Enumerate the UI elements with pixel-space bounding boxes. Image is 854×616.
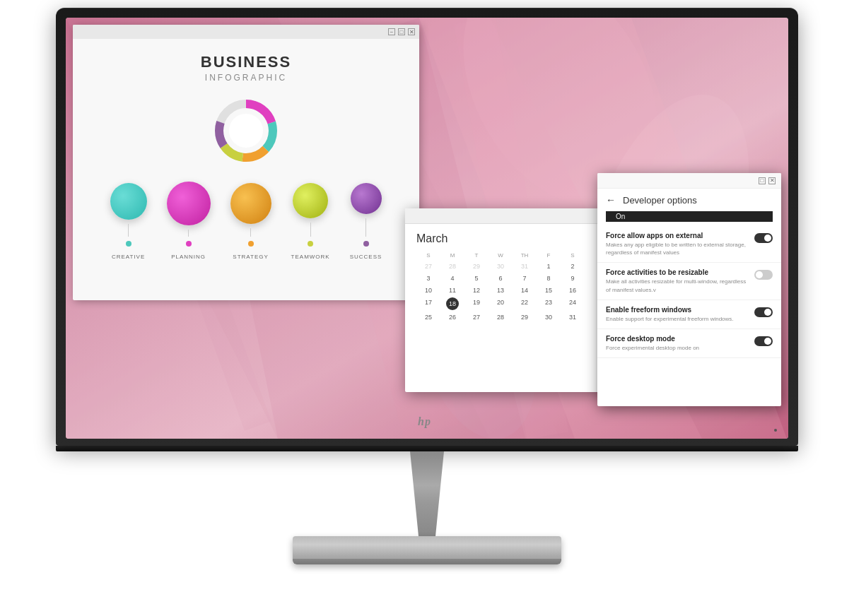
dev-status-badge: On [606,211,773,222]
strategy-bubble [230,183,271,224]
cal-day[interactable]: 7 [513,273,537,283]
cal-day[interactable]: 30 [489,261,513,271]
cal-day[interactable]: 16 [561,285,585,295]
cal-day[interactable]: 3 [416,273,440,283]
cal-day[interactable]: 19 [464,297,489,310]
cal-day[interactable]: 26 [440,312,464,322]
circle-item-teamwork: TEAMWORK [291,183,330,260]
infographic-panel: − □ ✕ BUSINESS INFOGRAPHIC [73,25,419,300]
circles-row: CREATIVE PLANNING [110,182,382,260]
circle-item-creative: CREATIVE [110,183,147,260]
monitor-screen: − □ ✕ BUSINESS INFOGRAPHIC [66,18,788,439]
cal-day-today[interactable]: 18 [446,297,459,310]
day-header-m: M [440,252,464,259]
cal-day[interactable]: 24 [561,297,585,310]
cal-day[interactable]: 2 [561,261,585,271]
dev-option-1-title: Force allow apps on external [606,232,749,239]
infographic-subtitle: INFOGRAPHIC [201,73,291,83]
cal-day[interactable]: 4 [440,273,464,283]
cal-week-5: 25 26 27 28 29 30 31 [416,312,585,322]
day-header-s1: S [416,252,440,259]
circle-item-strategy: STRATEGY [230,183,271,260]
dev-option-3-toggle[interactable] [754,307,773,317]
cal-day[interactable]: 9 [561,273,585,283]
cal-week-3: 10 11 12 13 14 15 16 [416,285,585,295]
dev-maximize-button[interactable]: □ [759,177,766,184]
cal-day[interactable]: 1 [537,261,561,271]
cal-week-2: 3 4 5 6 7 8 9 [416,273,585,283]
strategy-line [250,228,251,237]
cal-day[interactable]: 15 [537,285,561,295]
dev-navigation: ← Developer options [597,189,781,211]
cal-day[interactable]: 5 [464,273,489,283]
dev-option-2-toggle[interactable] [754,270,773,280]
day-header-w: W [489,252,513,259]
planning-label: PLANNING [171,254,206,260]
close-button[interactable]: ✕ [408,28,415,35]
cal-week-1: 27 28 29 30 31 1 2 [416,261,585,271]
power-indicator [774,429,777,432]
circle-item-success: SUCCESS [350,183,382,260]
success-bubble [351,183,382,214]
creative-line [128,224,129,237]
cal-day[interactable]: 27 [464,312,489,322]
dev-option-4-text: Force desktop mode Force experimental de… [606,335,749,352]
creative-dot [126,241,131,247]
minimize-button[interactable]: − [388,28,395,35]
monitor-bezel: − □ ✕ BUSINESS INFOGRAPHIC [56,8,798,446]
cal-day[interactable]: 31 [561,312,585,322]
dev-option-1-toggle[interactable] [754,233,773,243]
cal-day[interactable]: 14 [513,285,537,295]
cal-day[interactable]: 12 [464,285,489,295]
maximize-button[interactable]: □ [398,28,405,35]
monitor-display: − □ ✕ BUSINESS INFOGRAPHIC [38,8,816,608]
dev-option-1: Force allow apps on external Makes any a… [597,226,781,263]
cal-day[interactable]: 17 [416,297,440,310]
cal-day[interactable]: 11 [440,285,464,295]
cal-day[interactable]: 6 [489,273,513,283]
dev-option-4-title: Force desktop mode [606,335,749,343]
monitor-stand-neck [399,451,455,536]
cal-day[interactable]: 29 [464,261,489,271]
infographic-title: BUSINESS [201,53,291,71]
calendar-titlebar: □ ✕ [405,208,624,224]
dev-option-3-desc: Enable support for experimental freeform… [606,315,749,323]
planning-bubble [167,182,211,225]
success-dot [363,241,369,247]
cal-day[interactable]: 31 [513,261,537,271]
cal-day[interactable]: 13 [489,285,513,295]
dev-options-title: Developer options [623,195,697,206]
back-button[interactable]: ← [606,194,616,206]
calendar-grid: S M T W TH F S 27 28 [416,252,585,322]
monitor-bottom-bar [56,446,798,451]
dev-option-4: Force desktop mode Force experimental de… [597,329,781,358]
cal-day[interactable]: 25 [416,312,440,322]
day-header-th: TH [513,252,537,259]
teamwork-label: TEAMWORK [291,254,330,260]
dev-option-3: Enable freeform windows Enable support f… [597,300,781,329]
cal-day[interactable]: 20 [489,297,513,310]
day-header-f: F [537,252,561,259]
cal-day[interactable]: 8 [537,273,561,283]
donut-chart [211,95,281,169]
cal-day[interactable]: 28 [489,312,513,322]
strategy-label: STRATEGY [233,254,269,260]
cal-day[interactable]: 10 [416,285,440,295]
cal-day[interactable]: 27 [416,261,440,271]
calendar-header: S M T W TH F S [416,252,585,259]
cal-day[interactable]: 30 [537,312,561,322]
dev-close-button[interactable]: ✕ [768,177,776,184]
dev-option-4-toggle[interactable] [754,336,773,346]
dev-titlebar: □ ✕ [597,173,781,189]
cal-day[interactable]: 22 [513,297,537,310]
monitor-stand-base [293,536,561,564]
cal-day[interactable]: 29 [513,312,537,322]
dev-option-4-desc: Force experimental desktop mode on [606,344,749,352]
strategy-dot [248,241,254,247]
calendar-window: □ ✕ March S M T W TH [405,208,624,392]
cal-day[interactable]: 28 [440,261,464,271]
calendar-month: March [416,232,585,245]
cal-week-4: 17 18 19 20 22 23 24 [416,297,585,310]
cal-day[interactable]: 23 [537,297,561,310]
dev-option-2-desc: Make all activities resizable for multi-… [606,278,749,293]
